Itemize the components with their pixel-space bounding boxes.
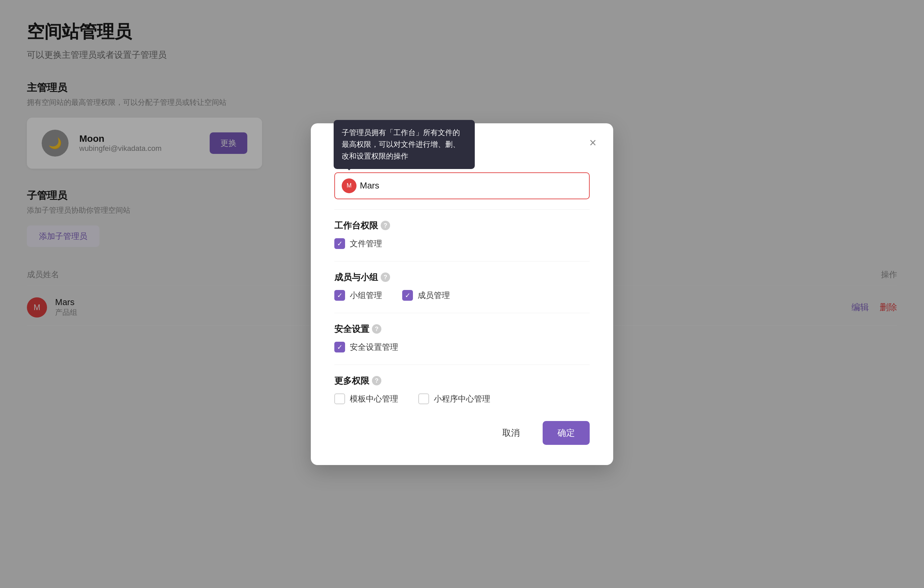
- more-info-icon[interactable]: ?: [372, 376, 381, 385]
- members-perm-section: 成员与小组 ? 小组管理 成员管理: [334, 271, 590, 301]
- more-perm-section: 更多权限 ? 模板中心管理 小程序中心管理: [334, 375, 590, 404]
- user-select-container: 子管理员拥有「工作台」所有文件的最高权限，可以对文件进行增、删、改和设置权限的操…: [334, 172, 590, 199]
- checkbox-group-manage[interactable]: [334, 290, 345, 301]
- security-perm-title: 安全设置 ?: [334, 323, 590, 335]
- divider-4: [334, 365, 590, 365]
- user-tag: M Mars: [342, 178, 380, 193]
- dialog-footer: 取消 确定: [334, 421, 590, 445]
- tooltip-popup: 子管理员拥有「工作台」所有文件的最高权限，可以对文件进行增、删、改和设置权限的操…: [334, 120, 475, 169]
- workspace-perm-row: 文件管理: [334, 238, 590, 249]
- divider-1: [334, 209, 590, 210]
- members-perm-row: 小组管理 成员管理: [334, 290, 590, 301]
- checkbox-miniapp-manage[interactable]: [418, 393, 429, 404]
- more-perm-row: 模板中心管理 小程序中心管理: [334, 393, 590, 404]
- perm-item-member-manage[interactable]: 成员管理: [402, 290, 450, 301]
- perm-item-template-manage[interactable]: 模板中心管理: [334, 393, 398, 404]
- more-perm-title: 更多权限 ?: [334, 375, 590, 387]
- user-tag-avatar: M: [342, 178, 356, 193]
- divider-3: [334, 313, 590, 313]
- dialog-close-button[interactable]: ×: [589, 137, 596, 149]
- perm-item-miniapp-manage[interactable]: 小程序中心管理: [418, 393, 490, 404]
- checkbox-member-manage[interactable]: [402, 290, 413, 301]
- perm-item-file-manage[interactable]: 文件管理: [334, 238, 382, 249]
- perm-item-security-manage[interactable]: 安全设置管理: [334, 342, 398, 352]
- workspace-perm-title: 工作台权限 ?: [334, 220, 590, 231]
- security-perm-section: 安全设置 ? 安全设置管理: [334, 323, 590, 352]
- checkbox-file-manage[interactable]: [334, 238, 345, 249]
- confirm-button[interactable]: 确定: [543, 421, 590, 445]
- members-info-icon[interactable]: ?: [381, 273, 390, 282]
- workspace-perm-section: 工作台权限 ? 文件管理: [334, 220, 590, 249]
- workspace-info-icon[interactable]: ?: [381, 221, 390, 230]
- edit-sub-admin-dialog: 编辑子管理员 × 子管理员拥有「工作台」所有文件的最高权限，可以对文件进行增、删…: [311, 123, 613, 465]
- perm-item-group-manage[interactable]: 小组管理: [334, 290, 382, 301]
- divider-2: [334, 261, 590, 261]
- security-info-icon[interactable]: ?: [372, 324, 381, 334]
- user-tag-name: Mars: [360, 180, 380, 191]
- checkbox-template-manage[interactable]: [334, 393, 345, 404]
- security-perm-row: 安全设置管理: [334, 342, 590, 352]
- modal-overlay: 编辑子管理员 × 子管理员拥有「工作台」所有文件的最高权限，可以对文件进行增、删…: [0, 0, 924, 588]
- checkbox-security-manage[interactable]: [334, 342, 345, 352]
- user-select-area[interactable]: M Mars: [334, 172, 590, 199]
- members-perm-title: 成员与小组 ?: [334, 271, 590, 283]
- cancel-button[interactable]: 取消: [488, 421, 535, 445]
